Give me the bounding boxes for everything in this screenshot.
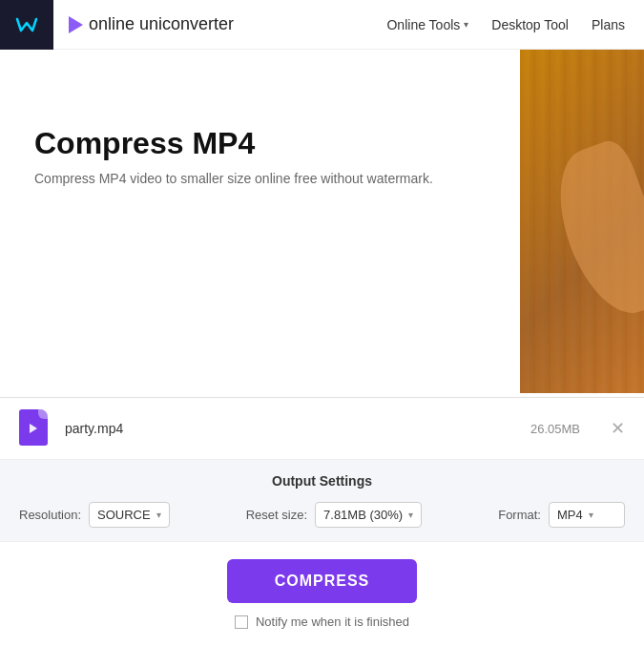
- notify-label: Notify me when it is finished: [256, 615, 409, 629]
- settings-row: Resolution: SOURCE ▾ Reset size: 7.81MB …: [19, 502, 625, 528]
- plans-link[interactable]: Plans: [592, 17, 625, 32]
- resolution-label: Resolution:: [19, 508, 81, 522]
- compress-button[interactable]: COMPRESS: [227, 559, 418, 603]
- format-group: Format: MP4 ▾: [498, 502, 625, 528]
- file-name: party.mp4: [65, 421, 519, 436]
- brand-text: online uniconverter: [89, 14, 234, 34]
- resolution-value: SOURCE: [97, 508, 151, 522]
- header: online uniconverter Online Tools ▾ Deskt…: [0, 0, 644, 50]
- reset-size-value: 7.81MB (30%): [323, 508, 403, 522]
- format-value: MP4: [557, 508, 583, 522]
- file-row: party.mp4 26.05MB ✕: [0, 398, 644, 460]
- notify-checkbox[interactable]: [235, 615, 248, 629]
- file-size: 26.05MB: [530, 422, 580, 436]
- format-dropdown-arrow: ▾: [589, 510, 593, 520]
- wondershare-icon: [11, 10, 42, 40]
- wondershare-logo-box: [0, 0, 53, 50]
- page-title: Compress MP4: [34, 126, 462, 161]
- notify-row: Notify me when it is finished: [235, 615, 409, 629]
- hero-section: Compress MP4 Compress MP4 video to small…: [0, 50, 644, 393]
- online-tools-dropdown-arrow: ▾: [464, 19, 468, 30]
- format-label: Format:: [498, 508, 541, 522]
- desktop-tool-link[interactable]: Desktop Tool: [491, 17, 569, 32]
- main-nav: Online Tools ▾ Desktop Tool Plans: [386, 17, 625, 32]
- online-tools-link[interactable]: Online Tools ▾: [386, 17, 468, 32]
- hero-background-image: [520, 50, 644, 393]
- compress-section: COMPRESS Notify me when it is finished: [0, 541, 644, 646]
- output-settings-section: Output Settings Resolution: SOURCE ▾ Res…: [0, 460, 644, 541]
- file-close-button[interactable]: ✕: [611, 420, 625, 437]
- reset-size-group: Reset size: 7.81MB (30%) ▾: [246, 502, 422, 528]
- resolution-group: Resolution: SOURCE ▾: [19, 502, 170, 528]
- page-subtitle: Compress MP4 video to smaller size onlin…: [34, 171, 462, 186]
- reset-size-select[interactable]: 7.81MB (30%) ▾: [315, 502, 422, 528]
- resolution-dropdown-arrow: ▾: [156, 510, 161, 520]
- brand-name: online uniconverter: [69, 14, 234, 34]
- format-select[interactable]: MP4 ▾: [549, 502, 625, 528]
- main-panel: party.mp4 26.05MB ✕ Output Settings Reso…: [0, 397, 644, 646]
- file-icon-body: [19, 409, 48, 446]
- file-icon: [19, 409, 53, 448]
- brand-triangle-icon: [69, 16, 83, 33]
- output-settings-title: Output Settings: [19, 473, 625, 489]
- reset-size-dropdown-arrow: ▾: [408, 510, 413, 520]
- hero-content: Compress MP4 Compress MP4 video to small…: [0, 50, 496, 215]
- file-play-icon: [30, 424, 37, 433]
- reset-size-label: Reset size:: [246, 508, 307, 522]
- resolution-select[interactable]: SOURCE ▾: [89, 502, 170, 528]
